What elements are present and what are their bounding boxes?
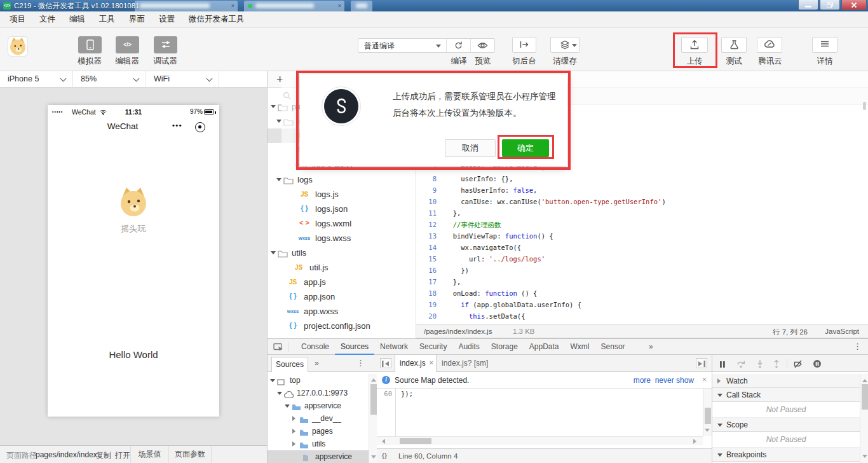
devtools-tab-audits[interactable]: Audits xyxy=(452,339,485,355)
devtools-tab-console[interactable]: Console xyxy=(295,339,335,355)
restore-button[interactable] xyxy=(820,0,840,10)
blurred-tab[interactable]: × xyxy=(244,1,344,11)
file-tab-indexjs[interactable]: index.js × xyxy=(395,355,437,372)
kebab-menu-icon[interactable]: ⋮ xyxy=(356,358,365,368)
show-navigator-icon[interactable] xyxy=(380,358,391,368)
scrollbar[interactable] xyxy=(860,374,868,463)
more-menu-icon[interactable]: ••• xyxy=(172,121,182,129)
tree-row[interactable]: JSutil.js xyxy=(268,260,415,275)
menu-item[interactable]: 微信开发者工具 xyxy=(182,11,252,27)
menu-item[interactable]: 项目 xyxy=(3,11,32,27)
upload-button[interactable] xyxy=(681,37,708,53)
tencent-cloud-button[interactable] xyxy=(757,37,782,53)
device-select[interactable]: iPhone 5 xyxy=(0,71,73,87)
debug-section-watch[interactable]: Watch xyxy=(712,374,860,388)
close-icon[interactable]: × xyxy=(231,3,234,9)
menu-item[interactable]: 编辑 xyxy=(62,11,92,27)
step-over-icon[interactable] xyxy=(736,359,746,371)
debugger-mode-button[interactable] xyxy=(154,36,177,53)
menu-item[interactable]: 界面 xyxy=(122,11,152,27)
compile-button[interactable] xyxy=(447,39,471,52)
blurred-tab[interactable]: × xyxy=(135,1,238,11)
language-mode[interactable]: JavaScript xyxy=(825,328,859,335)
sources-tree-row[interactable]: pages xyxy=(268,425,369,438)
kebab-menu-icon[interactable]: ⋮ xyxy=(853,342,862,351)
menu-item[interactable]: 设置 xyxy=(152,11,182,27)
pause-on-exceptions-icon[interactable] xyxy=(813,359,822,371)
user-avatar[interactable] xyxy=(8,37,27,56)
copy-link[interactable]: 复制 xyxy=(96,450,111,461)
never-show-link[interactable]: never show xyxy=(655,376,694,385)
devtools-tab-security[interactable]: Security xyxy=(414,339,452,355)
tab-page-params[interactable]: 页面参数 xyxy=(168,446,212,463)
tab-scene-value[interactable]: 场景值 xyxy=(130,446,168,463)
devtools-tab-sources[interactable]: Sources xyxy=(335,339,374,355)
braces-icon[interactable]: {} xyxy=(382,452,387,459)
clear-cache-button[interactable] xyxy=(550,37,580,53)
close-icon[interactable]: × xyxy=(338,3,341,9)
sources-tree-row[interactable]: appservice xyxy=(268,450,369,463)
sources-tree-row[interactable]: __dev__ xyxy=(268,412,369,425)
scrollbar[interactable] xyxy=(369,374,377,463)
horizontal-scrollbar[interactable] xyxy=(377,436,703,445)
blurred-tab[interactable] xyxy=(351,1,372,11)
pause-script-icon[interactable] xyxy=(719,359,726,371)
switch-background-button[interactable] xyxy=(512,37,536,53)
tabs-overflow[interactable]: » xyxy=(649,339,653,355)
compile-mode-select[interactable]: 普通编译 xyxy=(358,39,447,52)
close-icon[interactable]: × xyxy=(702,375,707,384)
close-button[interactable] xyxy=(841,0,867,10)
deactivate-breakpoints-icon[interactable] xyxy=(794,359,803,371)
tree-row[interactable]: JSapp.js xyxy=(268,275,415,289)
sidebar-overflow[interactable]: » xyxy=(315,355,319,371)
cancel-button[interactable]: 取消 xyxy=(445,139,496,157)
simulator-mode-button[interactable] xyxy=(78,36,102,53)
file-tab-indexjs-sm[interactable]: index.js? [sm] xyxy=(442,359,488,368)
vertical-scrollbar[interactable] xyxy=(703,389,712,436)
test-button[interactable] xyxy=(721,37,747,53)
more-link[interactable]: more xyxy=(634,376,651,385)
menu-item[interactable]: 工具 xyxy=(92,11,122,27)
devtools-tab-appdata[interactable]: AppData xyxy=(524,339,565,355)
show-debugger-icon[interactable] xyxy=(696,358,707,368)
devtools-tab-sensor[interactable]: Sensor xyxy=(595,339,631,355)
capsule-exit-icon[interactable] xyxy=(195,122,205,132)
debug-section-breakpoints[interactable]: Breakpoints xyxy=(712,448,860,462)
devtools-tab-storage[interactable]: Storage xyxy=(485,339,524,355)
open-link[interactable]: 打开 xyxy=(115,450,130,461)
tree-row[interactable]: < >logs.wxml xyxy=(268,216,415,231)
devtools-tab-network[interactable]: Network xyxy=(374,339,414,355)
network-select[interactable]: WiFi xyxy=(146,71,219,87)
sources-sidebar-tab[interactable]: Sources xyxy=(271,357,308,372)
tree-row[interactable]: JSlogs.js xyxy=(268,187,415,202)
tree-row[interactable]: { }logs.json xyxy=(268,202,415,216)
sources-tree-row[interactable]: appservice xyxy=(268,399,369,412)
step-out-icon[interactable] xyxy=(773,359,780,371)
tree-row[interactable]: wxsslogs.wxss xyxy=(268,231,415,245)
scale-select[interactable]: 85% xyxy=(73,71,146,87)
phone-screen: ••••• WeChat 11:31 97% WeChat ••• xyxy=(48,105,219,417)
user-avatar-image[interactable] xyxy=(118,186,149,218)
sources-tree-row[interactable]: utils xyxy=(268,438,369,450)
tree-row[interactable]: { }project.config.json xyxy=(268,319,415,333)
editor-mode-button[interactable]: </> xyxy=(116,36,139,53)
sources-tree-row[interactable]: 127.0.0.1:9973 xyxy=(268,387,369,399)
details-button[interactable] xyxy=(812,37,837,53)
close-icon[interactable]: × xyxy=(430,359,433,366)
minimize-button[interactable] xyxy=(798,0,818,10)
debug-section-scope[interactable]: Scope xyxy=(712,418,860,432)
tree-row[interactable]: { }app.json xyxy=(268,289,415,304)
menu-bar: 项目文件编辑工具界面设置微信开发者工具 xyxy=(0,11,868,28)
tree-row[interactable]: utils xyxy=(268,245,415,260)
preview-button[interactable] xyxy=(470,39,494,52)
devtools-tab-wxml[interactable]: Wxml xyxy=(565,339,595,355)
confirm-button[interactable]: 确定 xyxy=(502,139,549,157)
step-into-icon[interactable] xyxy=(757,359,763,371)
sources-tree-row[interactable]: top xyxy=(268,374,369,387)
inspect-element-icon[interactable] xyxy=(273,343,283,354)
sources-code-area[interactable]: 60 }); xyxy=(377,389,703,436)
menu-item[interactable]: 文件 xyxy=(32,11,62,27)
tree-row[interactable]: wxssapp.wxss xyxy=(268,304,415,319)
debug-section-call-stack[interactable]: Call Stack xyxy=(712,388,860,402)
tree-row[interactable]: logs xyxy=(268,172,415,187)
